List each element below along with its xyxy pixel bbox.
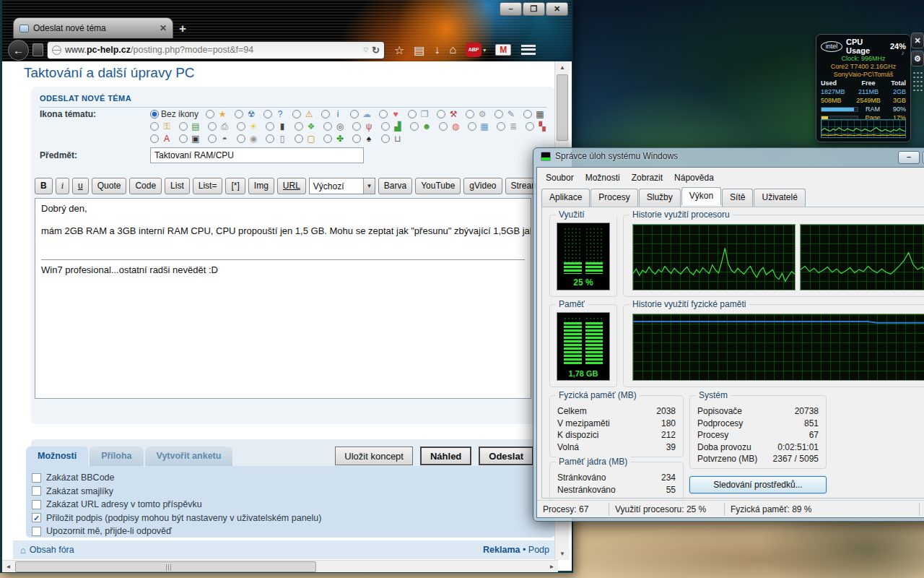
topic-icon-radio[interactable] [206,110,214,118]
underline-button[interactable]: u [72,178,89,194]
topic-icon-radio[interactable] [208,134,217,143]
quote-button[interactable]: Quote [92,178,127,194]
color-button[interactable]: Barva [378,178,412,194]
tab-create-poll[interactable]: Vytvořit anketu [145,447,233,466]
tm-tab-sítě[interactable]: Sítě [722,189,753,207]
minimize-button[interactable]: – [500,2,522,16]
url-text[interactable]: www.pc-help.cz/posting.php?mode=post&f=9… [65,45,359,55]
tm-tab-výkon[interactable]: Výkon [681,187,721,205]
horizontal-scrollbar[interactable]: ◄ ► [2,560,558,572]
topic-icon-radio[interactable] [179,134,188,143]
checkbox[interactable] [32,527,41,536]
forum-title[interactable]: Taktování a další úpravy PC [24,65,195,81]
mail-icon[interactable]: M [495,44,511,56]
tm-tab-služby[interactable]: Služby [639,189,681,207]
close-button[interactable]: ✕ [546,2,568,16]
checkbox[interactable] [32,486,41,496]
home-icon[interactable]: ⌂ [449,43,456,56]
topic-icon-radio[interactable] [263,110,272,118]
topic-icon-radio[interactable] [410,122,419,131]
preview-button[interactable]: Náhled [420,447,471,465]
scroll-right-icon[interactable]: ► [546,561,558,573]
url-bar[interactable]: www.pc-help.cz/posting.php?mode=post&f=9… [47,41,385,59]
resource-monitor-button[interactable]: Sledování prostředků... [689,476,827,493]
cpu-usage-gadget[interactable]: intel CPU Usage 24% Clock: 996MHz ♪ Core… [816,34,911,142]
downloads-icon[interactable]: ↓ [434,43,440,56]
save-draft-button[interactable]: Uložit koncept [335,447,413,465]
topic-icon-radio[interactable] [439,122,448,131]
topic-icon-radio[interactable] [292,110,301,118]
page-icon[interactable] [32,43,43,56]
hscroll-thumb[interactable] [15,561,316,572]
topic-icon-radio[interactable] [437,110,445,118]
list-button[interactable]: List [165,178,190,194]
submit-button[interactable]: Odeslat [479,447,533,465]
topic-icon-radio[interactable] [379,110,388,118]
font-size-select[interactable]: Výchozí▼ [309,178,375,194]
topic-icon-radio[interactable] [235,110,243,118]
topic-icon-radio[interactable] [350,110,359,118]
checkbox[interactable] [32,500,41,509]
checkbox[interactable] [32,473,41,483]
topic-icon-radio[interactable] [321,110,330,118]
topic-icon-radio[interactable] [523,110,532,118]
topic-icon-radio[interactable] [237,134,245,143]
site-identity-globe-icon[interactable] [52,46,61,55]
task-manager-titlebar[interactable]: Správce úloh systému Windows [541,151,678,161]
url-button[interactable]: URL [277,178,306,194]
topic-icon-radio[interactable] [468,122,476,131]
bold-button[interactable]: B [35,178,53,194]
youtube-button[interactable]: YouTube [415,178,461,194]
topic-icon-radio[interactable] [208,122,217,131]
topic-icon-radio[interactable] [150,134,159,143]
topic-icon-radio[interactable] [179,122,188,131]
gadget-drag-grip[interactable] [912,71,923,92]
reading-list-icon[interactable]: ▤ [414,43,424,57]
subject-input[interactable] [150,147,364,163]
topic-icon-radio[interactable] [323,134,332,143]
topic-icon-radio[interactable] [150,122,159,131]
topic-icon-radio[interactable] [497,122,505,131]
reload-icon[interactable]: ↻ [372,45,380,56]
tm-minimize-button[interactable]: – [898,151,920,164]
italic-button[interactable]: i [56,178,69,194]
tm-tab-uživatelé[interactable]: Uživatelé [754,189,805,207]
topic-icon-radio[interactable] [323,122,332,131]
tab-attachment[interactable]: Příloha [90,447,143,466]
scroll-down-icon[interactable]: ▼ [555,548,570,560]
bookmark-star-icon[interactable]: ☆ [394,43,404,57]
back-button[interactable]: ← [8,40,29,61]
topic-icon-radio[interactable] [494,110,503,118]
new-tab-button[interactable]: + [179,22,186,36]
url-dropdown-icon[interactable]: ▽ [363,46,368,53]
topic-icon-radio[interactable] [237,122,245,131]
gvideo-button[interactable]: gVideo [463,178,502,194]
scroll-up-icon[interactable]: ▲ [555,61,570,74]
scroll-left-icon[interactable]: ◄ [2,561,14,573]
adblock-plus-icon[interactable]: ABP [466,43,481,57]
code-button[interactable]: Code [129,178,162,194]
no-icon-radio[interactable] [150,110,159,118]
topic-icon-radio[interactable] [526,122,534,131]
checkbox[interactable]: ✓ [32,513,41,522]
topic-icon-radio[interactable] [381,122,390,131]
topic-icon-radio[interactable] [352,122,361,131]
browser-tab[interactable]: Odeslat nové téma ✕ [13,17,173,38]
message-textarea[interactable]: Dobrý den, mám 2GB RAM a 3GB interní RAM… [35,198,531,399]
menu-možnosti[interactable]: Možnosti [580,171,626,184]
menu-soubor[interactable]: Soubor [540,171,580,184]
list-eq-button[interactable]: List= [193,178,223,194]
maximize-button[interactable]: ❐ [523,2,545,16]
adblock-dropdown-icon[interactable]: ▾ [483,47,486,53]
tab-options[interactable]: Možnosti [26,447,88,466]
topic-icon-radio[interactable] [295,134,303,143]
topic-icon-radio[interactable] [466,110,474,118]
menu-zobrazit[interactable]: Zobrazit [626,171,668,184]
footer-links[interactable]: Reklama • Podp [483,545,549,555]
topic-icon-radio[interactable] [352,134,361,143]
forum-index-link[interactable]: Obsah fóra [30,545,74,555]
menu-nápověda[interactable]: Nápověda [668,171,720,184]
list-item-button[interactable]: [*] [225,178,245,194]
topic-icon-radio[interactable] [266,122,274,131]
topic-icon-radio[interactable] [408,110,417,118]
